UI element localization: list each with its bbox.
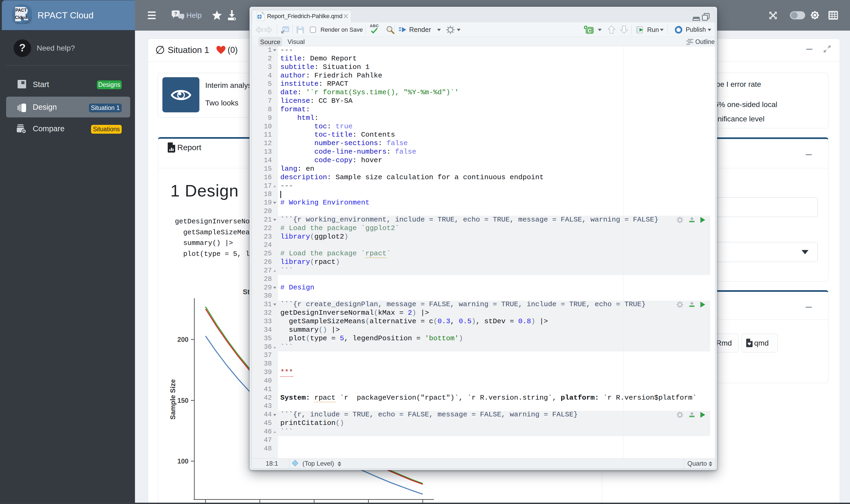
svg-text:PACT: PACT — [15, 8, 27, 13]
svg-text:100: 100 — [177, 457, 188, 465]
svg-text:Cloud: Cloud — [15, 15, 27, 20]
svg-text:Sample Size: Sample Size — [169, 379, 177, 419]
svg-text:200: 200 — [177, 336, 188, 343]
svg-text:?: ? — [174, 11, 177, 16]
svg-text:150: 150 — [177, 397, 188, 404]
svg-text:C: C — [588, 28, 592, 34]
